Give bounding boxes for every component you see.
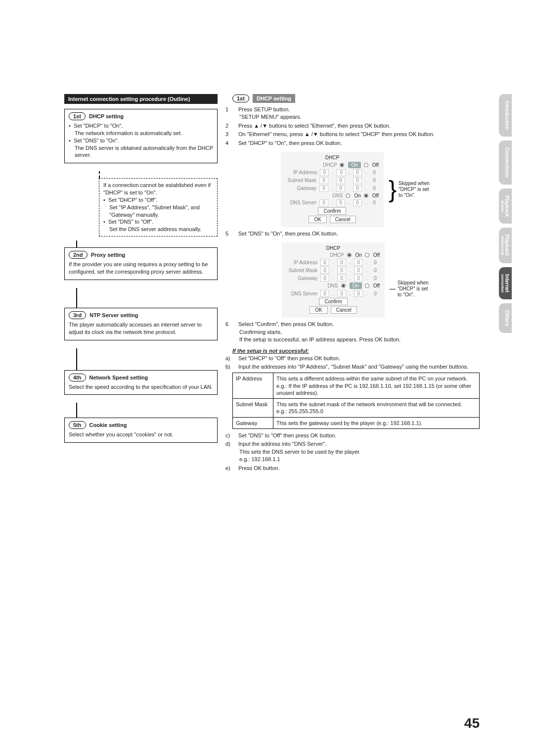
step1-b1-note: The network information is automatically… bbox=[69, 130, 213, 137]
off-option[interactable]: Off bbox=[373, 252, 380, 258]
ip-cell: 0 bbox=[370, 185, 379, 192]
step1-b2: Set "DNS" to "On". bbox=[69, 137, 213, 144]
dashed-b2: Set "DNS" to "Off". bbox=[103, 218, 213, 226]
tab-introduction[interactable]: Introduction bbox=[499, 94, 512, 137]
confirm-button[interactable]: Confirm bbox=[319, 298, 347, 305]
ip-cell: 0 bbox=[319, 185, 328, 192]
step5-title: Cookie setting bbox=[89, 422, 127, 428]
step-ud3: e.g.: 192.168.1.1 bbox=[232, 456, 480, 463]
skip-note: Skipped when "DHCP" is set to "On". bbox=[397, 181, 431, 198]
step2-title: Proxy setting bbox=[91, 252, 126, 258]
step-1: 1Press SETUP button. bbox=[232, 106, 480, 113]
right-header-row: 1st DHCP setting bbox=[232, 94, 480, 103]
table-row: Subnet Mask This sets the subnet mask of… bbox=[233, 399, 480, 418]
flow-connector bbox=[76, 403, 77, 418]
step1-b1: Set "DHCP" to "On". bbox=[69, 122, 213, 130]
tab-playback-advanced[interactable]: Playback (Advanced) bbox=[499, 228, 512, 263]
table-row: Gateway This sets the gateway used by th… bbox=[233, 417, 480, 428]
dhcp-label: DHCP bbox=[313, 252, 344, 258]
outline-banner: Internet connection setting procedure (O… bbox=[64, 94, 218, 104]
ip-cell: 0 bbox=[336, 185, 345, 192]
tab-sublabel: (Advanced) bbox=[501, 235, 504, 256]
ip-cell: 0 bbox=[370, 199, 379, 206]
flow-connector bbox=[76, 240, 77, 247]
panel-title: DHCP bbox=[286, 155, 379, 160]
tab-label: Playback bbox=[504, 235, 510, 256]
skip-note: Skipped when "DHCP" is set to "On". bbox=[396, 280, 430, 298]
ip-cell: 0 bbox=[337, 169, 346, 176]
cancel-button[interactable]: Cancel bbox=[330, 216, 356, 223]
radio-off-icon bbox=[364, 193, 368, 198]
step-ub: b)Input the addresses into "IP Address",… bbox=[232, 363, 480, 371]
dashed-b1: Set "DHCP" to "Off". bbox=[103, 196, 213, 204]
tab-label: Playback bbox=[504, 195, 510, 217]
detail-column: 1st DHCP setting 1Press SETUP button. "S… bbox=[232, 94, 480, 472]
radio-off-icon bbox=[364, 163, 368, 167]
table-row: IP Address This sets a different address… bbox=[233, 373, 480, 399]
ip-cell: 0 bbox=[320, 267, 329, 274]
flow-connector bbox=[99, 171, 100, 178]
page-number: 45 bbox=[464, 715, 480, 731]
step-ud2: This sets the DNS server to be used by t… bbox=[232, 448, 480, 456]
tab-internet-connection[interactable]: Internet connection bbox=[499, 267, 512, 299]
step5-badge: 5th bbox=[69, 421, 86, 429]
dns-label: DNS bbox=[312, 193, 343, 198]
step4-body: Select the speed according to the specif… bbox=[69, 383, 213, 391]
ip-cell: 0 bbox=[371, 275, 380, 282]
ok-button[interactable]: OK bbox=[309, 216, 326, 223]
off-option[interactable]: Off bbox=[372, 193, 379, 198]
step-6a: 6Select "Confirm", then press OK button. bbox=[232, 321, 480, 328]
off-option[interactable]: Off bbox=[373, 283, 380, 288]
step2-box: 2nd Proxy setting If the provider you ar… bbox=[64, 247, 218, 280]
right-badge: 1st bbox=[232, 94, 249, 102]
ip-key: IP Address bbox=[233, 373, 273, 399]
tab-playback-basic[interactable]: Playback (Basic) bbox=[499, 189, 512, 224]
dnss-label: DNS Server bbox=[287, 291, 317, 296]
dashed-note: If a connection cannot be established ev… bbox=[99, 178, 218, 236]
ip-cell: 0 bbox=[336, 199, 345, 206]
ip-label: IP Address bbox=[287, 260, 317, 265]
right-banner: DHCP setting bbox=[253, 94, 295, 103]
ip-cell: 0 bbox=[370, 177, 379, 184]
step5-box: 5th Cookie setting Select whether you ac… bbox=[64, 418, 218, 443]
on-option[interactable]: On bbox=[354, 193, 360, 198]
tab-connections[interactable]: Connections bbox=[499, 141, 512, 185]
tab-others[interactable]: Others bbox=[499, 303, 512, 333]
step2-body: If the provider you are using requires a… bbox=[69, 261, 213, 276]
gw-key: Gateway bbox=[233, 417, 273, 428]
step1-badge: 1st bbox=[69, 112, 86, 120]
step-ud: d)Input the address into "DNS Server". bbox=[232, 440, 480, 448]
ip-cell: 0 bbox=[320, 290, 329, 297]
step3-box: 3rd NTP Server setting The player automa… bbox=[64, 308, 218, 340]
step5-body: Select whether you accept "cookies" or n… bbox=[69, 431, 213, 438]
tab-label: Internet bbox=[504, 274, 510, 292]
on-option[interactable]: On bbox=[348, 162, 360, 168]
on-option[interactable]: On bbox=[356, 252, 362, 258]
ip-cell: 0 bbox=[320, 259, 329, 266]
flow-connector bbox=[76, 348, 77, 370]
off-option[interactable]: Off bbox=[372, 162, 379, 168]
gw-label: Gateway bbox=[286, 186, 316, 191]
flow-connector bbox=[76, 288, 77, 308]
ip-cell: 0 bbox=[354, 267, 363, 274]
radio-off-icon bbox=[365, 284, 369, 288]
confirm-button[interactable]: Confirm bbox=[318, 207, 346, 215]
steps-list: 1Press SETUP button. "SETUP MENU" appear… bbox=[232, 106, 480, 147]
ok-button[interactable]: OK bbox=[310, 306, 327, 314]
ip-cell: 0 bbox=[320, 169, 329, 176]
ip-cell: 0 bbox=[354, 259, 363, 266]
unsuccessful-heading: If the setup is not successful: bbox=[232, 348, 480, 354]
on-option[interactable]: On bbox=[350, 283, 362, 289]
cancel-button[interactable]: Cancel bbox=[331, 306, 357, 314]
step-ue: e)Press OK button. bbox=[232, 465, 480, 472]
step1-title: DHCP setting bbox=[89, 113, 124, 119]
step1-box: 1st DHCP setting Set "DHCP" to "On". The… bbox=[64, 109, 218, 163]
unsuccessful-steps: a)Set "DHCP" to "Off" then press OK butt… bbox=[232, 355, 480, 371]
step-uc: c)Set "DNS" to "Off" then press OK butto… bbox=[232, 432, 480, 439]
mask-val: This sets the subnet mask of the network… bbox=[273, 399, 480, 418]
step-ua: a)Set "DHCP" to "Off" then press OK butt… bbox=[232, 355, 480, 362]
ip-label: IP Address bbox=[286, 170, 317, 175]
tab-sublabel: (Basic) bbox=[501, 195, 504, 217]
ip-cell: 0 bbox=[370, 169, 379, 176]
ip-cell: 0 bbox=[353, 177, 362, 184]
